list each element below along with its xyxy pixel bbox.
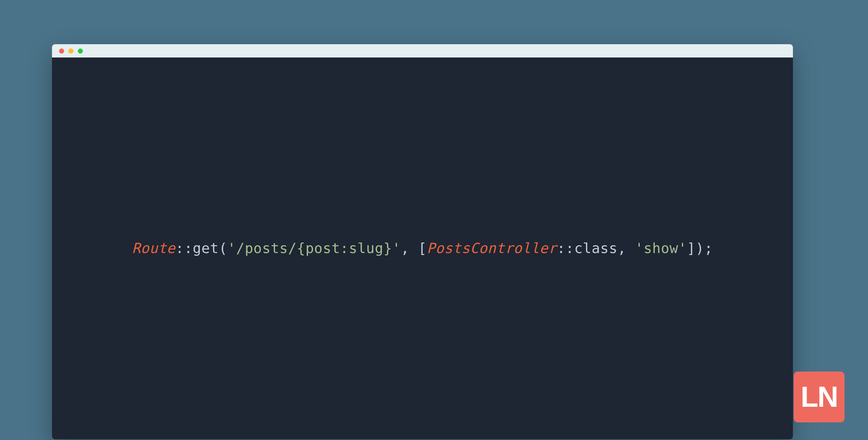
maximize-icon[interactable] [78,48,83,54]
code-token-default: ]); [687,240,713,256]
window-titlebar [52,44,793,57]
code-token-default: , [ [401,240,427,256]
code-token-class: PostsController [427,240,557,256]
minimize-icon[interactable] [68,48,74,54]
close-icon[interactable] [59,48,64,54]
code-token-default: ::get( [176,240,228,256]
logo-badge: LN [794,372,845,422]
editor-window: Route::get('/posts/{post:slug}', [PostsC… [52,44,793,439]
code-token-class: Route [132,240,176,256]
code-token-string: '/posts/{post:slug}' [228,240,401,256]
editor-body: Route::get('/posts/{post:slug}', [PostsC… [52,57,793,439]
code-line: Route::get('/posts/{post:slug}', [PostsC… [132,238,713,259]
logo-text: LN [801,383,838,411]
code-token-default: ::class, [557,240,635,256]
code-token-string: 'show' [635,240,687,256]
